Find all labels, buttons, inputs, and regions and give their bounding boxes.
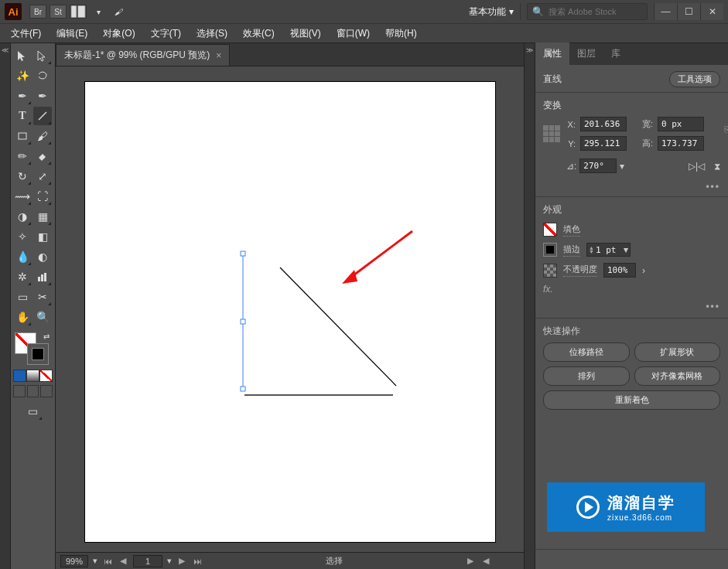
workspace-switcher[interactable]: 基本功能 ▾ — [463, 4, 520, 20]
blend-tool[interactable]: ◐ — [33, 247, 52, 266]
y-input[interactable] — [580, 136, 627, 151]
close-tab-icon[interactable]: × — [216, 50, 221, 61]
pen-tool[interactable]: ✒ — [13, 87, 32, 105]
lasso-tool[interactable] — [33, 66, 52, 85]
chevron-right-icon[interactable]: › — [642, 265, 645, 276]
more-options-icon[interactable]: ••• — [706, 301, 720, 312]
menu-text[interactable]: 文字(T) — [143, 27, 189, 40]
mesh-tool[interactable]: ✧ — [13, 227, 32, 246]
handle-mid[interactable] — [241, 319, 245, 324]
zoom-field[interactable]: 99% — [60, 555, 88, 567]
fill-stroke-indicator[interactable]: ⇄ — [13, 332, 53, 366]
draw-behind[interactable] — [27, 385, 39, 397]
chevron-down-icon[interactable]: ▾ — [620, 161, 624, 172]
magic-wand-tool[interactable]: ✨ — [13, 66, 32, 85]
chevron-down-icon[interactable]: ▾ — [90, 5, 107, 19]
menu-help[interactable]: 帮助(H) — [378, 27, 425, 40]
nav-pop-icon[interactable]: ▶ — [465, 556, 476, 567]
stroke-swatch[interactable] — [27, 343, 49, 365]
chevron-down-icon[interactable]: ▾ — [93, 556, 97, 566]
width-tool[interactable]: ⟿ — [13, 187, 32, 206]
fill-label[interactable]: 填色 — [563, 223, 580, 237]
fx-label[interactable]: fx. — [543, 284, 553, 295]
right-gutter[interactable]: ≫ — [524, 43, 535, 569]
chevron-down-icon[interactable]: ▾ — [624, 244, 628, 255]
align-pixel-button[interactable]: 对齐像素网格 — [634, 366, 721, 386]
tab-libraries[interactable]: 库 — [603, 43, 628, 65]
handle-bottom[interactable] — [241, 387, 245, 391]
type-tool[interactable]: T — [13, 107, 32, 125]
opacity-label[interactable]: 不透明度 — [563, 264, 597, 277]
artboard[interactable] — [85, 82, 495, 542]
left-gutter[interactable]: ≪ — [0, 43, 11, 569]
reference-point[interactable] — [543, 125, 560, 142]
flip-v-icon[interactable]: ⧗ — [714, 161, 720, 172]
opacity-input[interactable] — [603, 263, 636, 278]
slice-tool[interactable]: ✂ — [33, 288, 52, 306]
expand-shape-button[interactable]: 扩展形状 — [634, 342, 721, 362]
menu-view[interactable]: 视图(V) — [282, 27, 329, 40]
color-swatch[interactable] — [13, 370, 26, 382]
flip-h-icon[interactable]: ▷|◁ — [689, 161, 705, 172]
width-input[interactable] — [658, 117, 704, 131]
recolor-button[interactable]: 重新着色 — [543, 390, 720, 410]
maximize-button[interactable]: ☐ — [677, 3, 700, 20]
rectangle-tool[interactable] — [13, 127, 32, 145]
close-button[interactable]: ✕ — [700, 3, 723, 20]
gradient-swatch[interactable] — [26, 370, 39, 382]
swap-fill-stroke-icon[interactable]: ⇄ — [43, 332, 51, 340]
scale-tool[interactable]: ⤢ — [33, 167, 52, 186]
eraser-tool[interactable] — [33, 147, 52, 165]
menu-edit[interactable]: 编辑(E) — [49, 27, 95, 40]
handle-top[interactable] — [241, 251, 245, 256]
stroke-weight-input[interactable] — [596, 245, 622, 255]
chevron-down-icon[interactable]: ▾ — [167, 556, 172, 566]
offset-path-button[interactable]: 位移路径 — [543, 342, 630, 362]
selection-tool[interactable] — [13, 46, 32, 65]
line-tool[interactable] — [33, 107, 52, 125]
stroke-weight-field[interactable]: ▲▼ ▾ — [586, 243, 631, 257]
first-artboard-icon[interactable]: ⏮ — [102, 556, 113, 567]
stroke-swatch[interactable] — [543, 243, 557, 257]
stock-button[interactable]: St — [50, 5, 67, 19]
brush-icon[interactable]: 🖌 — [110, 5, 127, 19]
stock-search[interactable]: 🔍 — [527, 3, 648, 20]
bridge-button[interactable]: Br — [29, 5, 46, 19]
last-artboard-icon[interactable]: ⏭ — [192, 556, 203, 567]
prev-artboard-icon[interactable]: ◀ — [118, 556, 128, 567]
free-transform-tool[interactable]: ⛶ — [33, 187, 52, 206]
perspective-grid-tool[interactable]: ▦ — [33, 207, 52, 226]
direct-selection-tool[interactable] — [33, 46, 52, 65]
more-options-icon[interactable]: ••• — [706, 181, 720, 192]
curvature-tool[interactable]: ✒ — [33, 87, 52, 105]
menu-window[interactable]: 窗口(W) — [329, 27, 378, 40]
rotation-input[interactable] — [579, 158, 617, 173]
draw-inside[interactable] — [40, 385, 53, 397]
next-artboard-icon[interactable]: ▶ — [176, 556, 187, 567]
menu-file[interactable]: 文件(F) — [3, 27, 49, 40]
zoom-tool[interactable]: 🔍 — [33, 308, 52, 326]
menu-effect[interactable]: 效果(C) — [235, 27, 282, 40]
column-graph-tool[interactable] — [33, 267, 52, 286]
eyedropper-tool[interactable]: 💧 — [13, 247, 32, 266]
minimize-button[interactable]: — — [654, 3, 677, 20]
stroke-label[interactable]: 描边 — [563, 244, 580, 257]
canvas[interactable] — [56, 66, 524, 552]
link-wh-icon[interactable]: ⎘ — [724, 124, 728, 134]
artboard-tool[interactable]: ▭ — [13, 288, 32, 306]
rotate-tool[interactable]: ↻ — [13, 167, 32, 186]
arrange-docs-button[interactable] — [70, 5, 87, 19]
hand-tool[interactable]: ✋ — [13, 308, 32, 326]
document-tab[interactable]: 未标题-1* @ 99% (RGB/GPU 预览) × — [56, 44, 230, 66]
artboard-number[interactable]: 1 — [133, 555, 162, 567]
screen-mode-button[interactable]: ▭ — [24, 402, 43, 421]
none-swatch[interactable] — [39, 370, 53, 382]
tab-properties[interactable]: 属性 — [535, 43, 569, 65]
fill-swatch[interactable] — [543, 223, 557, 237]
shaper-tool[interactable]: ✏ — [13, 147, 32, 165]
menu-select[interactable]: 选择(S) — [189, 27, 235, 40]
shape-builder-tool[interactable]: ◑ — [13, 207, 32, 226]
gradient-tool[interactable]: ◧ — [33, 227, 52, 246]
menu-object[interactable]: 对象(O) — [95, 27, 142, 40]
x-input[interactable] — [580, 117, 627, 131]
